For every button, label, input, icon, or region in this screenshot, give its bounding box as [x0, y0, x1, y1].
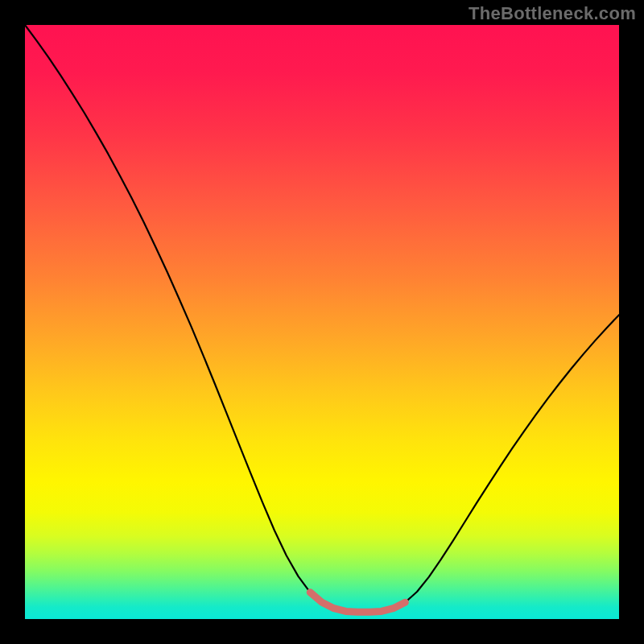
watermark-label: TheBottleneck.com — [469, 3, 636, 24]
plot-area — [25, 25, 619, 619]
flat-segment — [310, 592, 405, 612]
chart-stage: TheBottleneck.com — [0, 0, 644, 644]
main-curve — [25, 25, 619, 612]
chart-overlay-svg — [25, 25, 619, 619]
